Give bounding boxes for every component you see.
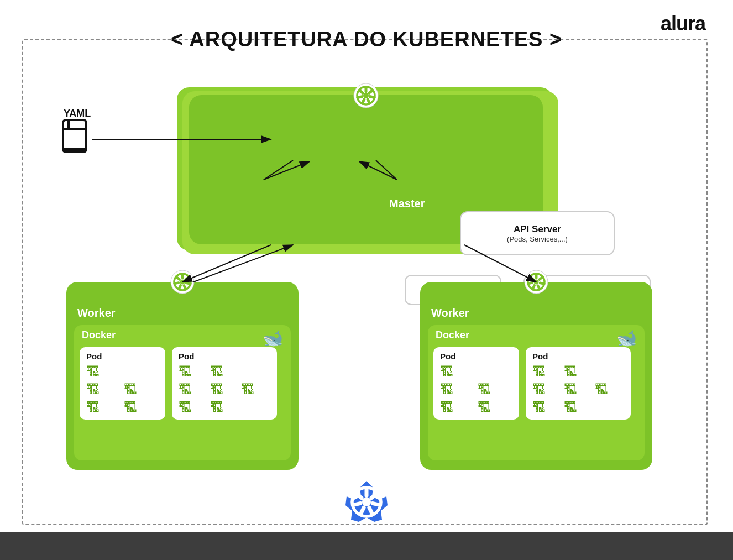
pod-left-1-containers: 🏗 🏗 🏗 🏗 🏗 (86, 364, 159, 415)
container-icon: 🏗 (241, 382, 270, 397)
container-icon: 🏗 (86, 400, 122, 415)
k8s-wheel-worker-left (170, 270, 195, 296)
logo: alura (661, 12, 705, 35)
master-node: Master API Server (Pods, Services,...) (189, 95, 543, 244)
container-icon: 🏗 (478, 382, 513, 397)
page-title: < ARQUITETURA DO KUBERNETES > (171, 28, 562, 51)
container-icon: 🏗 (124, 400, 159, 415)
pod-left-2-containers: 🏗 🏗 🏗 🏗 🏗 🏗 🏗 (179, 364, 270, 415)
docker-right: Docker 🐋 Pod 🏗 🏗 🏗 🏗 🏗 Pod 🏗 🏗 (428, 325, 645, 460)
worker-right-label: Worker (431, 307, 469, 320)
pod-left-2: Pod 🏗 🏗 🏗 🏗 🏗 🏗 🏗 (172, 347, 277, 420)
container-icon: 🏗 (564, 382, 593, 397)
container-icon: 🏗 (532, 400, 562, 415)
pod-right-2-containers: 🏗 🏗 🏗 🏗 🏗 🏗 🏗 (532, 364, 624, 415)
worker-left-label: Worker (77, 307, 116, 320)
container-icon: 🏗 (440, 364, 475, 380)
k8s-wheel-bottom (344, 480, 389, 524)
pod-left-1-label: Pod (86, 352, 159, 361)
k8s-wheel-master (353, 83, 379, 108)
container-icon: 🏗 (564, 364, 593, 380)
container-icon: 🏗 (179, 382, 208, 397)
pod-right-2: Pod 🏗 🏗 🏗 🏗 🏗 🏗 🏗 (526, 347, 631, 420)
svg-rect-0 (63, 120, 86, 152)
k8s-wheel-worker-right (524, 270, 548, 296)
pod-left-1: Pod 🏗 🏗 🏗 🏗 🏗 (80, 347, 165, 420)
container-icon: 🏗 (440, 400, 475, 415)
pod-right-2-label: Pod (532, 352, 624, 361)
container-icon: 🏗 (210, 364, 239, 380)
container-icon: 🏗 (179, 364, 208, 380)
container-icon: 🏗 (595, 382, 624, 397)
yaml-label: YAML (64, 108, 91, 119)
container-icon: 🏗 (86, 364, 122, 380)
svg-point-16 (180, 280, 185, 285)
pod-right-1: Pod 🏗 🏗 🏗 🏗 🏗 (433, 347, 519, 420)
docker-right-label: Docker (436, 329, 469, 341)
docker-left: Docker 🐋 Pod 🏗 🏗 🏗 🏗 🏗 Pod (74, 325, 291, 460)
bottom-bar (0, 532, 733, 560)
container-icon: 🏗 (179, 400, 208, 415)
pod-right-1-label: Pod (440, 352, 512, 361)
pods-left: Pod 🏗 🏗 🏗 🏗 🏗 Pod 🏗 🏗 🏗 (80, 347, 284, 420)
svg-point-26 (534, 280, 539, 285)
container-icon: 🏗 (532, 364, 562, 380)
worker-left: Worker Docker 🐋 Pod 🏗 🏗 🏗 🏗 🏗 Pod (66, 282, 299, 470)
container-icon: 🏗 (210, 400, 239, 415)
pod-left-2-label: Pod (179, 352, 270, 361)
container-icon: 🏗 (564, 400, 593, 415)
yaml-icon (61, 119, 91, 158)
pod-right-1-containers: 🏗 🏗 🏗 🏗 🏗 (440, 364, 512, 415)
svg-rect-3 (63, 148, 86, 152)
api-server-box: API Server (Pods, Services,...) (460, 211, 615, 255)
container-icon: 🏗 (532, 382, 562, 397)
container-icon: 🏗 (124, 382, 159, 397)
pods-right: Pod 🏗 🏗 🏗 🏗 🏗 Pod 🏗 🏗 🏗 🏗 (433, 347, 638, 420)
docker-whale-left: 🐋 (263, 328, 283, 348)
svg-point-6 (363, 93, 369, 98)
container-icon: 🏗 (440, 382, 475, 397)
docker-left-label: Docker (82, 329, 116, 341)
api-server-subtitle: (Pods, Services,...) (507, 235, 568, 243)
svg-point-36 (362, 498, 371, 506)
container-icon: 🏗 (210, 382, 239, 397)
docker-whale-right: 🐋 (616, 328, 637, 348)
api-server-title: API Server (514, 224, 561, 235)
container-icon: 🏗 (478, 400, 513, 415)
master-label: Master (389, 197, 425, 210)
container-icon: 🏗 (86, 382, 122, 397)
worker-right: Worker Docker 🐋 Pod 🏗 🏗 🏗 🏗 🏗 Pod 🏗 (420, 282, 652, 470)
